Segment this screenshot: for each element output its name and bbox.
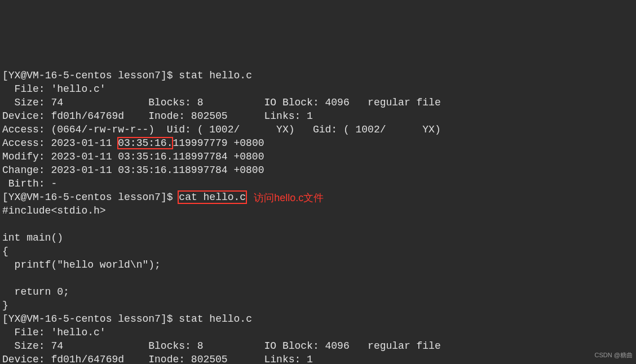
cmd-stat-2: stat hello.c [179,313,252,325]
prompt-3: [YX@VM-16-5-centos lesson7]$ [2,313,179,325]
stat2-file: File: 'hello.c' [2,327,106,338]
stat1-size: Size: 74 Blocks: 8 IO Block: 4096 regula… [2,97,441,108]
stat1-access-time-highlight: 03:35:16. [118,137,173,149]
prompt-2: [YX@VM-16-5-centos lesson7]$ [2,192,179,203]
src-l5: printf("hello world\n"); [2,259,161,270]
terminal[interactable]: [YX@VM-16-5-centos lesson7]$ stat hello.… [0,54,636,364]
src-l4: { [2,246,8,257]
src-l3: int main() [2,232,63,243]
watermark: CSDN @糖曲 [595,348,633,362]
src-l1: #include<stdio.h> [2,205,106,216]
cmd-stat-1: stat hello.c [179,70,252,81]
src-l8: } [2,300,8,311]
stat1-file: File: 'hello.c' [2,83,106,95]
stat2-size: Size: 74 Blocks: 8 IO Block: 4096 regula… [2,340,441,352]
stat1-modify: Modify: 2023-01-11 03:35:16.118997784 +0… [2,151,264,162]
stat2-device: Device: fd01h/64769d Inode: 802505 Links… [2,354,313,364]
src-l7: return 0; [2,286,69,298]
stat1-access: Access: 2023-01-11 03:35:16.119997779 +0… [2,137,264,149]
stat1-change: Change: 2023-01-11 03:35:16.118997784 +0… [2,165,264,176]
stat1-perm: Access: (0664/-rw-rw-r--) Uid: ( 1002/ Y… [2,124,441,135]
prompt-1: [YX@VM-16-5-centos lesson7]$ [2,70,179,81]
cmd-cat: cat hello.c [179,192,246,203]
stat1-device: Device: fd01h/64769d Inode: 802505 Links… [2,110,313,122]
stat1-birth: Birth: - [2,178,57,189]
